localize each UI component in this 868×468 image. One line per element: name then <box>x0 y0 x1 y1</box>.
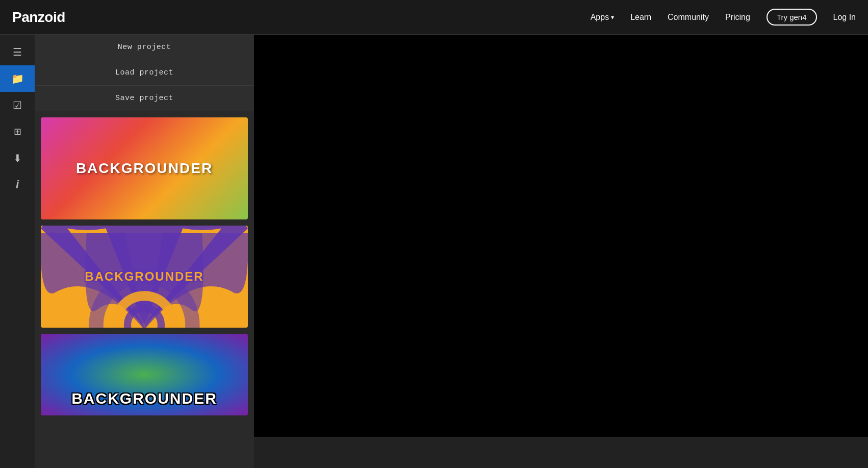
card-gradient-preview: BACKGROUNDER <box>41 117 248 219</box>
preview-canvas <box>254 35 868 437</box>
nav-learn-link[interactable]: Learn <box>630 13 651 22</box>
sidebar-hamburger-button[interactable]: ☰ <box>0 39 35 65</box>
sidebar-icons: ☰ 📁 ☑ ⊞ ⬇ i <box>0 35 35 468</box>
template-card-swirl[interactable]: BACKGROUNDER <box>35 219 254 328</box>
layers-icon: ⊞ <box>14 126 21 137</box>
new-project-item[interactable]: New project <box>35 35 254 60</box>
site-logo[interactable]: Panzoid <box>12 9 65 26</box>
hamburger-icon: ☰ <box>13 46 22 58</box>
sidebar-folder-button[interactable]: 📁 <box>0 65 35 92</box>
nav-links: Apps ▾ Learn Community Pricing Try gen4 … <box>591 9 856 26</box>
template-cards-list: BACKGROUNDER <box>35 111 254 415</box>
nav-apps-link[interactable]: Apps ▾ <box>591 13 614 22</box>
top-navigation: Panzoid Apps ▾ Learn Community Pricing T… <box>0 0 868 35</box>
load-project-item[interactable]: Load project <box>35 60 254 86</box>
sidebar-info-button[interactable]: i <box>0 171 35 198</box>
template-card-radial[interactable]: BACKGROUNDER <box>35 328 254 415</box>
info-icon: i <box>16 178 19 191</box>
nav-community-link[interactable]: Community <box>668 13 709 22</box>
card-swirl-preview: BACKGROUNDER <box>41 226 248 328</box>
login-link[interactable]: Log In <box>833 13 856 22</box>
checklist-icon: ☑ <box>13 99 22 111</box>
apps-label: Apps <box>591 13 609 22</box>
card-1-label: BACKGROUNDER <box>76 160 213 177</box>
card-radial-preview: BACKGROUNDER <box>41 334 248 415</box>
chevron-down-icon: ▾ <box>611 14 614 21</box>
card-3-label: BACKGROUNDER <box>71 390 217 407</box>
try-gen4-button[interactable]: Try gen4 <box>767 9 817 26</box>
sidebar-checklist-button[interactable]: ☑ <box>0 92 35 118</box>
sidebar-layers-button[interactable]: ⊞ <box>0 118 35 145</box>
folder-icon: 📁 <box>11 72 24 85</box>
main-preview-area <box>254 35 868 468</box>
app-layout: ☰ 📁 ☑ ⊞ ⬇ i New project Load project Sav… <box>0 35 868 468</box>
preview-bottom-bar <box>254 437 868 468</box>
nav-pricing-link[interactable]: Pricing <box>725 13 750 22</box>
sidebar-download-button[interactable]: ⬇ <box>0 145 35 171</box>
template-card-gradient[interactable]: BACKGROUNDER <box>35 111 254 219</box>
card-2-label: BACKGROUNDER <box>85 269 203 284</box>
save-project-item[interactable]: Save project <box>35 86 254 111</box>
file-menu: New project Load project Save project <box>35 35 254 111</box>
download-icon: ⬇ <box>13 152 22 164</box>
file-dropdown-panel: New project Load project Save project BA… <box>35 35 254 468</box>
